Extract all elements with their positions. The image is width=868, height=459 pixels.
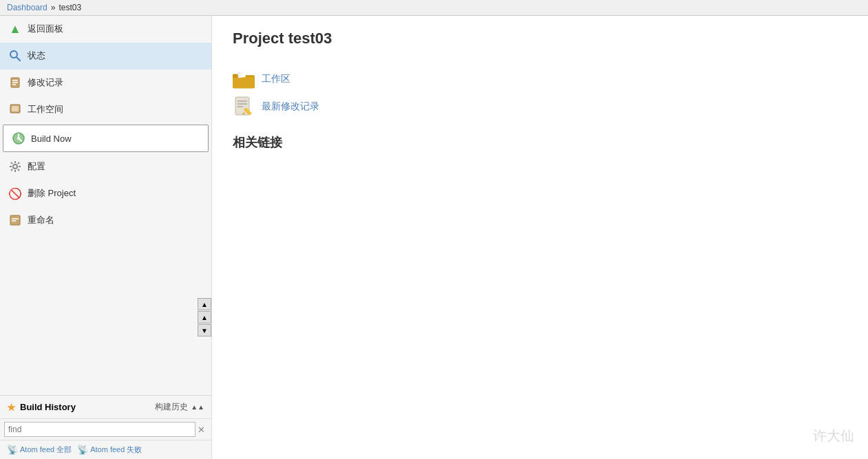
svg-rect-7 xyxy=(12,106,19,111)
sidebar-item-workspace[interactable]: 工作空间 xyxy=(0,96,211,123)
sidebar-item-label: Build Now xyxy=(31,134,72,144)
recent-changes-link-label: 最新修改记录 xyxy=(262,100,319,113)
recent-changes-link[interactable]: 最新修改记录 xyxy=(233,96,847,118)
page-title: Project test03 xyxy=(233,30,847,47)
breadcrumb-sep: » xyxy=(51,3,56,12)
delete-icon: 🚫 xyxy=(8,186,22,200)
svg-line-18 xyxy=(11,169,12,171)
svg-point-9 xyxy=(17,137,20,140)
workspace-link-label: 工作区 xyxy=(262,73,290,85)
search-input[interactable] xyxy=(4,422,195,437)
chevron-up-icon[interactable]: ▲ xyxy=(191,403,204,411)
atom-feed-all-label: Atom feed 全部 xyxy=(20,445,72,455)
breadcrumb-dashboard[interactable]: Dashboard xyxy=(7,3,47,12)
workspace-icon xyxy=(8,103,22,116)
rename-icon xyxy=(8,213,22,227)
main-content: Project test03 工作区 xyxy=(212,16,868,459)
sidebar-item-label: 修改记录 xyxy=(28,76,63,89)
workspace-link[interactable]: 工作区 xyxy=(233,68,847,90)
build-history-header: ★ Build History 构建历史 ▲ xyxy=(0,395,211,418)
sidebar-item-label: 工作空间 xyxy=(28,103,63,116)
svg-rect-5 xyxy=(12,84,16,85)
folder-icon xyxy=(233,68,255,90)
sidebar-item-change-log[interactable]: 修改记录 xyxy=(0,70,211,96)
svg-line-17 xyxy=(18,162,19,164)
atom-feed-fail-label: Atom feed 失败 xyxy=(90,445,142,455)
sidebar-nav: ▲ 返回面板 状态 修 xyxy=(0,16,211,395)
scroll-down-button[interactable]: ▼ xyxy=(198,324,211,337)
clipboard-icon xyxy=(8,76,22,89)
sidebar-item-delete-project[interactable]: 🚫 删除 Project xyxy=(0,180,211,207)
rss-all-icon: 📡 xyxy=(7,445,18,455)
sidebar-item-status[interactable]: 状态 xyxy=(0,43,211,70)
sidebar-item-label: 重命名 xyxy=(28,214,54,226)
sidebar-item-back-dashboard[interactable]: ▲ 返回面板 xyxy=(0,16,211,43)
build-history-star-icon: ★ xyxy=(7,402,16,413)
svg-rect-19 xyxy=(10,215,20,225)
related-links-title: 相关链接 xyxy=(233,134,847,151)
sidebar-item-config[interactable]: 配置 xyxy=(0,153,211,180)
svg-rect-4 xyxy=(12,82,18,83)
svg-rect-23 xyxy=(233,76,255,88)
svg-line-15 xyxy=(11,162,12,164)
sidebar: ▲ 返回面板 状态 修 xyxy=(0,16,212,459)
build-history-chinese-label: 构建历史 xyxy=(155,401,188,413)
gear-icon xyxy=(8,160,22,173)
search-icon xyxy=(8,49,22,63)
svg-rect-26 xyxy=(240,71,246,78)
breadcrumb: Dashboard » test03 xyxy=(0,0,868,16)
atom-feed-fail-link[interactable]: 📡 Atom feed 失败 xyxy=(77,445,142,455)
rss-fail-icon: 📡 xyxy=(77,445,88,455)
svg-line-1 xyxy=(17,57,20,61)
scroll-up-button[interactable]: ▲ xyxy=(198,311,211,323)
back-icon: ▲ xyxy=(8,22,22,36)
scroll-to-top-button[interactable]: ▲ xyxy=(198,298,211,310)
document-pencil-icon xyxy=(233,96,255,118)
svg-line-16 xyxy=(18,169,19,171)
sidebar-item-rename[interactable]: 重命名 xyxy=(0,207,211,234)
atom-feed-all-link[interactable]: 📡 Atom feed 全部 xyxy=(7,445,72,455)
build-history-search-row: ✕ xyxy=(0,418,211,440)
sidebar-item-label: 配置 xyxy=(28,160,45,173)
svg-rect-3 xyxy=(12,80,18,81)
atom-feeds-row: 📡 Atom feed 全部 📡 Atom feed 失败 xyxy=(0,440,211,459)
content-links: 工作区 最新修改记录 xyxy=(233,68,847,118)
sidebar-item-label: 状态 xyxy=(28,50,45,62)
breadcrumb-project: test03 xyxy=(59,3,81,12)
build-history-title: Build History xyxy=(20,402,76,412)
search-clear-button[interactable]: ✕ xyxy=(195,425,207,435)
sidebar-item-build-now[interactable]: Build Now xyxy=(3,125,209,152)
svg-point-10 xyxy=(13,164,17,169)
build-icon xyxy=(12,131,25,145)
sidebar-item-label: 返回面板 xyxy=(28,23,63,35)
sidebar-item-label: 删除 Project xyxy=(28,187,76,200)
scroll-buttons: ▲ ▲ ▼ xyxy=(198,298,211,337)
